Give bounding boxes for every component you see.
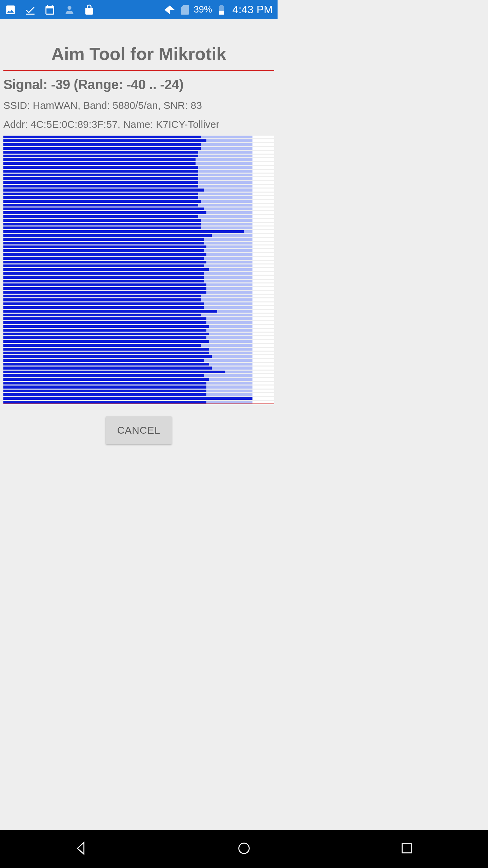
status-left: [5, 4, 95, 16]
chart-bar-snr: [217, 310, 252, 313]
chart-bar-snr: [201, 219, 252, 222]
chart-bar-snr: [204, 280, 252, 282]
chart-row: [3, 272, 274, 275]
chart-bar-signal: [3, 397, 252, 400]
chart-row: [3, 189, 274, 191]
chart-bar-signal: [3, 363, 209, 366]
chart-row: [3, 317, 274, 320]
chart-bar-signal: [3, 215, 198, 218]
chart-bar-signal: [3, 181, 198, 184]
chart-bar-snr: [209, 363, 252, 366]
chart-row: [3, 340, 274, 343]
chart-bar-signal: [3, 139, 206, 142]
chart-row: [3, 302, 274, 305]
chart-row: [3, 177, 274, 180]
chart-row: [3, 276, 274, 278]
chart-row: [3, 401, 274, 403]
chart-bar-signal: [3, 367, 212, 369]
chart-bar-signal: [3, 242, 204, 244]
chart-bar-snr: [204, 359, 252, 362]
person-icon: [64, 4, 75, 16]
chart-row: [3, 238, 274, 241]
chart-row: [3, 245, 274, 248]
chart-bar-snr: [206, 382, 252, 384]
chart-row: [3, 147, 274, 150]
chart-bar-snr: [209, 325, 252, 328]
chart-row: [3, 261, 274, 263]
chart-bar-signal: [3, 151, 198, 154]
chart-bar-snr: [204, 238, 252, 241]
chart-row: [3, 329, 274, 332]
chart-bar-snr: [209, 333, 252, 335]
chart-bar-snr: [201, 143, 252, 146]
divider-top: [3, 70, 274, 71]
chart-row: [3, 348, 274, 351]
chart-bar-signal: [3, 185, 198, 188]
chart-row: [3, 287, 274, 290]
chart-bar-signal: [3, 166, 198, 169]
chart-bar-signal: [3, 329, 206, 332]
chart-bar-signal: [3, 226, 201, 229]
chart-bar-snr: [198, 170, 252, 173]
chart-bar-snr: [206, 321, 252, 324]
chart-row: [3, 386, 274, 388]
chart-row: [3, 226, 274, 229]
chart-row: [3, 264, 274, 267]
chart-bar-snr: [201, 226, 252, 229]
chart-bar-snr: [206, 139, 252, 142]
chart-bar-snr: [198, 166, 252, 169]
chart-bar-signal: [3, 245, 206, 248]
chart-row: [3, 200, 274, 203]
chart-row: [3, 181, 274, 184]
chart-bar-signal: [3, 238, 204, 241]
chart-bar-snr: [206, 317, 252, 320]
chart-bar-signal: [3, 306, 204, 309]
chart-bar-snr: [225, 371, 252, 373]
chart-bar-signal: [3, 280, 204, 282]
chart-bar-snr: [201, 295, 252, 297]
chart-bar-signal: [3, 147, 201, 150]
chart-bar-snr: [204, 276, 252, 278]
chart-row: [3, 378, 274, 381]
chart-row: [3, 230, 274, 233]
chart-bar-snr: [206, 261, 252, 263]
chart-bar-signal: [3, 386, 206, 388]
chart-row: [3, 155, 274, 157]
chart-bar-signal: [3, 170, 198, 173]
chart-row: [3, 143, 274, 146]
chart-bar-signal: [3, 321, 206, 324]
chart-row: [3, 344, 274, 347]
chart-bar-signal: [3, 253, 206, 256]
button-zone: CANCEL: [3, 404, 274, 444]
chart-bar-snr: [198, 155, 252, 157]
chart-bar-snr: [209, 340, 252, 343]
chart-row: [3, 257, 274, 260]
chart-bar-snr: [206, 386, 252, 388]
chart-row: [3, 158, 274, 161]
chart-bar-signal: [3, 378, 209, 381]
chart-row: [3, 363, 274, 366]
chart-bar-snr: [198, 151, 252, 154]
chart-bar-signal: [3, 352, 209, 354]
chart-bar-signal: [3, 333, 209, 335]
chart-bar-signal: [3, 261, 206, 263]
chart-bar-snr: [204, 264, 252, 267]
calendar-icon: [44, 4, 56, 16]
chart-bar-snr: [204, 249, 252, 252]
chart-bar-signal: [3, 310, 217, 313]
chart-row: [3, 193, 274, 195]
chart-bar-snr: [198, 215, 252, 218]
clock: 4:43 PM: [232, 3, 273, 16]
chart-row: [3, 306, 274, 309]
chart-row: [3, 295, 274, 297]
cancel-button[interactable]: CANCEL: [106, 416, 172, 444]
chart-row: [3, 162, 274, 165]
image-icon: [5, 4, 16, 16]
chart-row: [3, 397, 274, 400]
chart-bar-signal: [3, 249, 204, 252]
chart-bar-snr: [196, 158, 252, 161]
wifi-icon: [164, 4, 176, 16]
chart-bar-snr: [198, 185, 252, 188]
chart-bar-snr: [206, 245, 252, 248]
chart-bar-snr: [204, 257, 252, 260]
